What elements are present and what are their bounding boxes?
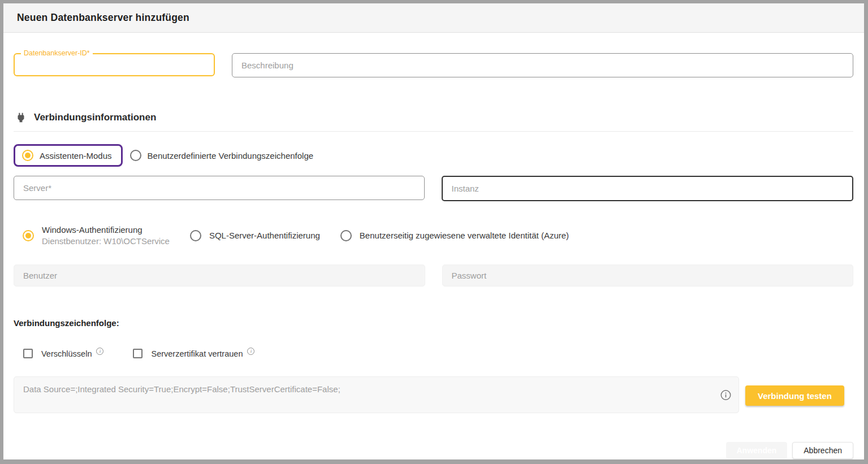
- windows-auth-sublabel: Dienstbenutzer: W10\OCTService: [42, 236, 170, 246]
- cancel-button[interactable]: Abbrechen: [792, 442, 853, 459]
- footer-actions: Anwenden Abbrechen: [726, 442, 854, 459]
- credentials-row: [14, 264, 853, 287]
- section-title: Verbindungsinformationen: [34, 112, 156, 123]
- encrypt-checkbox[interactable]: [23, 349, 33, 358]
- dialog-titlebar: Neuen Datenbankserver hinzufügen: [3, 3, 864, 33]
- server-instance-row: [14, 176, 853, 201]
- plug-icon: [15, 111, 27, 124]
- trust-certificate-checkbox-group: Serverzertifikat vertrauen i: [133, 349, 254, 358]
- id-description-row: Datenbankserver-ID*: [14, 53, 853, 77]
- azure-identity-radio[interactable]: Benutzerseitig zugewiesene verwaltete Id…: [340, 230, 569, 241]
- connection-string-box: Data Source=;Integrated Security=True;En…: [14, 376, 739, 413]
- mode-radio-row: Assistenten-Modus Benutzerdefinierte Ver…: [14, 144, 853, 167]
- checkbox-row: Verschlüsseln i Serverzertifikat vertrau…: [14, 349, 853, 358]
- apply-button: Anwenden: [726, 442, 788, 459]
- trust-certificate-info-icon[interactable]: i: [247, 348, 254, 355]
- sql-auth-radio[interactable]: SQL-Server-Authentifizierung: [190, 230, 320, 241]
- radio-unselected-icon[interactable]: [190, 230, 201, 241]
- custom-connection-radio[interactable]: Benutzerdefinierte Verbindungszeichenfol…: [130, 150, 314, 161]
- radio-unselected-icon[interactable]: [130, 150, 141, 161]
- dialog-title: Neuen Datenbankserver hinzufügen: [17, 12, 189, 24]
- sql-auth-label: SQL-Server-Authentifizierung: [209, 231, 320, 240]
- encrypt-checkbox-group: Verschlüsseln i: [23, 349, 103, 358]
- database-server-id-field: Datenbankserver-ID*: [14, 53, 215, 76]
- section-divider: [14, 131, 853, 132]
- description-input[interactable]: [232, 53, 853, 77]
- windows-auth-radio[interactable]: Windows-Authentifizierung Dienstbenutzer…: [23, 225, 170, 246]
- database-server-id-input[interactable]: [15, 54, 214, 75]
- database-server-id-label: Datenbankserver-ID*: [21, 49, 93, 57]
- connection-string-heading: Verbindungszeichenfolge:: [14, 318, 853, 328]
- encrypt-label: Verschlüsseln: [41, 349, 92, 358]
- password-input: [442, 264, 854, 287]
- radio-unselected-icon[interactable]: [340, 230, 352, 241]
- server-input[interactable]: [14, 176, 425, 200]
- connection-string-info-icon[interactable]: [720, 389, 732, 401]
- trust-certificate-label: Serverzertifikat vertrauen: [151, 349, 243, 358]
- wizard-mode-radio[interactable]: Assistenten-Modus: [14, 144, 123, 167]
- encrypt-info-icon[interactable]: i: [96, 348, 103, 355]
- windows-auth-label: Windows-Authentifizierung: [42, 225, 170, 235]
- user-input: [14, 264, 425, 287]
- connection-string-value: Data Source=;Integrated Security=True;En…: [23, 384, 340, 394]
- connection-info-section-header: Verbindungsinformationen: [14, 111, 853, 124]
- test-connection-button[interactable]: Verbindung testen: [745, 385, 844, 406]
- azure-identity-label: Benutzerseitig zugewiesene verwaltete Id…: [360, 231, 569, 240]
- dialog-window: Neuen Datenbankserver hinzufügen Datenba…: [0, 0, 868, 464]
- wizard-mode-label: Assistenten-Modus: [40, 151, 112, 161]
- dialog-content: Datenbankserver-ID* Verbindungsinformati…: [3, 33, 864, 459]
- custom-connection-label: Benutzerdefinierte Verbindungszeichenfol…: [148, 151, 314, 161]
- connection-string-row: Data Source=;Integrated Security=True;En…: [14, 376, 853, 413]
- trust-certificate-checkbox[interactable]: [133, 349, 142, 358]
- radio-selected-icon[interactable]: [23, 230, 34, 241]
- authentication-radio-row: Windows-Authentifizierung Dienstbenutzer…: [14, 225, 853, 246]
- instance-input[interactable]: [442, 176, 854, 201]
- radio-selected-icon[interactable]: [22, 150, 33, 161]
